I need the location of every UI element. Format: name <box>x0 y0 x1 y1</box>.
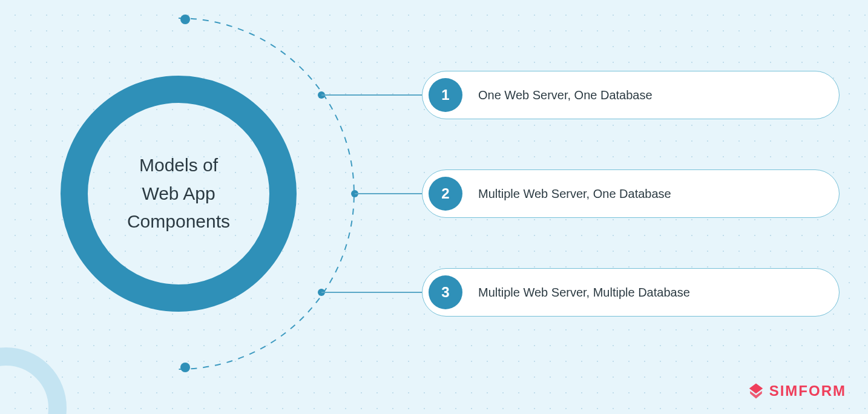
arc-dot-bottom <box>180 363 190 372</box>
list-item: 2 Multiple Web Server, One Database <box>422 169 840 218</box>
spoke-line-3 <box>321 292 422 293</box>
list-item: 1 One Web Server, One Database <box>422 71 840 119</box>
hub-title-line3: Components <box>127 208 230 236</box>
list-item: 3 Multiple Web Server, Multiple Database <box>422 268 840 317</box>
spoke-line-2 <box>355 193 422 194</box>
item-number: 2 <box>441 185 449 202</box>
item-number-badge: 1 <box>429 78 462 112</box>
item-label: One Web Server, One Database <box>478 88 653 102</box>
item-label: Multiple Web Server, One Database <box>478 187 671 201</box>
item-number-badge: 2 <box>429 177 462 211</box>
simform-icon <box>748 383 764 399</box>
item-number: 3 <box>441 284 449 301</box>
hub-title-line2: Web App <box>142 180 215 208</box>
hub-title: Models of Web App Components <box>61 76 297 312</box>
item-label: Multiple Web Server, Multiple Database <box>478 286 690 300</box>
hub-title-line1: Models of <box>139 151 218 180</box>
item-number: 1 <box>441 87 449 104</box>
brand-name: SIMFORM <box>769 383 846 399</box>
arc-dot-top <box>180 15 190 24</box>
spoke-line-1 <box>321 94 422 96</box>
diagram-canvas: Models of Web App Components 1 One Web S… <box>0 0 868 414</box>
item-number-badge: 3 <box>429 275 462 309</box>
brand-logo: SIMFORM <box>748 383 846 399</box>
